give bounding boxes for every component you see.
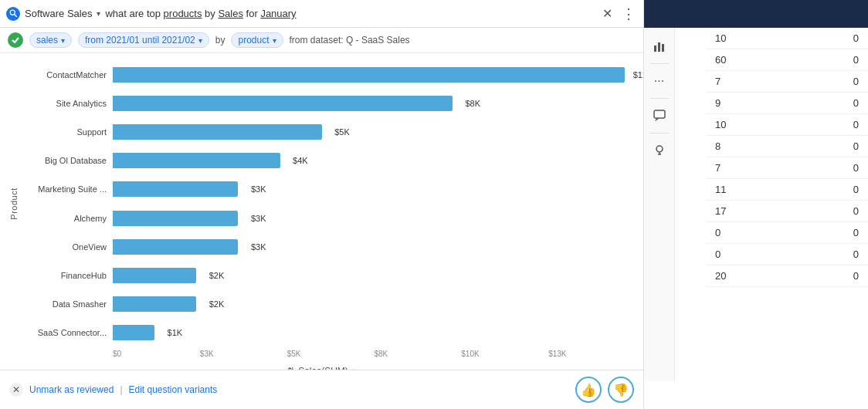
unmark-close-icon[interactable]: ✕	[9, 383, 23, 397]
bar-row: SaaS Connector...$1K	[20, 322, 636, 343]
table-row: 600	[706, 49, 868, 71]
table-row: 70	[706, 71, 868, 93]
x-tick: $8K	[374, 350, 461, 358]
right-data-table: 100600709010080701101700000200	[706, 28, 868, 287]
bar-fill: $1K	[113, 325, 154, 340]
lightbulb-icon[interactable]	[647, 138, 672, 163]
right-icon-bar: ···	[644, 28, 675, 381]
bar-label: OneView	[20, 242, 113, 252]
table-cell-col1: 20	[706, 265, 795, 287]
table-row: 00	[706, 222, 868, 244]
bar-chart-icon[interactable]	[647, 34, 672, 59]
icon-separator-1	[650, 63, 669, 64]
x-tick: $13K	[548, 350, 636, 358]
table-cell-col1: 0	[706, 222, 795, 244]
bar-track: $1K	[113, 325, 636, 340]
bar-value: $3K	[251, 242, 266, 252]
table-cell-col2: 0	[795, 49, 868, 71]
bar-value: $5K	[334, 127, 350, 137]
x-tick: $10K	[461, 350, 548, 358]
edit-variants-link[interactable]: Edit question variants	[129, 384, 218, 395]
icon-separator-2	[650, 98, 669, 99]
thumbs-down-button[interactable]: 👎	[608, 377, 634, 403]
svg-rect-4	[662, 44, 664, 52]
bar-row: ContactMatcher$12K	[20, 64, 636, 86]
table-row: 90	[706, 93, 868, 114]
more-icon[interactable]: ···	[647, 69, 672, 93]
bar-value: $4K	[293, 156, 308, 165]
check-icon	[8, 32, 23, 48]
bar-fill: $3K	[113, 211, 238, 226]
svg-line-1	[14, 15, 16, 17]
thumbs-up-button[interactable]: 👍	[575, 377, 602, 403]
table-row: 80	[706, 136, 868, 157]
search-query[interactable]: what are top products by Sales for Janua…	[105, 8, 595, 19]
bottom-bar: ✕ Unmark as reviewed | Edit question var…	[0, 370, 643, 409]
table-cell-col2: 0	[795, 244, 868, 265]
y-axis: Product	[8, 61, 20, 346]
bar-value: $3K	[251, 184, 266, 194]
comment-icon[interactable]	[647, 103, 672, 128]
filter-product-pill[interactable]: product ▾	[231, 32, 283, 48]
bar-track: $8K	[113, 96, 636, 111]
bar-value: $3K	[251, 214, 266, 223]
table-cell-col1: 17	[706, 201, 795, 222]
search-close-icon[interactable]: ✕	[599, 6, 615, 21]
table-cell-col1: 8	[706, 136, 795, 157]
x-tick: $5K	[287, 350, 375, 358]
chart-panel: Software Sales ▾ what are top products b…	[0, 0, 644, 409]
bar-track: $3K	[113, 211, 636, 226]
table-cell-col2: 0	[795, 179, 868, 201]
table-cell-col1: 0	[706, 244, 795, 265]
bar-track: $4K	[113, 153, 636, 168]
bar-fill: $3K	[113, 239, 238, 255]
bar-track: $2K	[113, 268, 636, 283]
sort-label[interactable]: ⇅ Sales(SUM) ▾	[8, 361, 636, 370]
unmark-link[interactable]: Unmark as reviewed	[29, 384, 114, 395]
table-row: 70	[706, 157, 868, 179]
bar-fill: $2K	[113, 268, 196, 283]
x-tick: $0	[113, 350, 200, 358]
table-row: 100	[706, 114, 868, 136]
table-cell-col1: 7	[706, 157, 795, 179]
bar-track: $2K	[113, 296, 636, 312]
bar-value: $2K	[209, 299, 225, 309]
search-bar: Software Sales ▾ what are top products b…	[0, 0, 643, 28]
table-cell-col1: 9	[706, 93, 795, 114]
bar-fill: $2K	[113, 296, 196, 312]
svg-rect-2	[654, 46, 656, 52]
bar-row: Alchemy$3K	[20, 208, 636, 229]
right-top-bar	[644, 0, 868, 28]
right-panel: ··· 10	[644, 0, 868, 409]
bar-row: Big Ol Database$4K	[20, 150, 636, 171]
table-row: 100	[706, 28, 868, 49]
app-logo	[6, 7, 20, 21]
bar-value: $12K	[633, 70, 643, 79]
filter-dataset-text: from dataset: Q - SaaS Sales	[290, 35, 410, 46]
filter-date-pill[interactable]: from 2021/01 until 2021/02 ▾	[78, 32, 209, 48]
svg-rect-5	[654, 110, 665, 118]
bar-track: $5K	[113, 124, 636, 140]
table-cell-col1: 11	[706, 179, 795, 201]
bar-track: $3K	[113, 181, 636, 197]
svg-point-0	[10, 10, 15, 15]
bar-label: Big Ol Database	[20, 156, 113, 165]
bar-label: Alchemy	[20, 214, 113, 223]
table-cell-col2: 0	[795, 114, 868, 136]
search-more-icon[interactable]: ⋮	[620, 5, 637, 22]
bar-value: $2K	[209, 271, 225, 280]
chart-body: ContactMatcher$12KSite Analytics$8KSuppo…	[20, 61, 636, 346]
table-row: 00	[706, 244, 868, 265]
table-cell-col2: 0	[795, 222, 868, 244]
filter-sales-pill[interactable]: sales ▾	[29, 32, 72, 48]
table-cell-col1: 7	[706, 71, 795, 93]
bar-label: Support	[20, 127, 113, 137]
table-cell-col1: 10	[706, 28, 795, 49]
chart-container: Product ContactMatcher$12KSite Analytics…	[0, 53, 643, 370]
table-cell-col2: 0	[795, 201, 868, 222]
app-dropdown-arrow[interactable]: ▾	[97, 9, 100, 18]
bar-track: $12K	[113, 67, 636, 83]
right-data-table-container: 100600709010080701101700000200	[706, 28, 868, 409]
right-content: ··· 10	[644, 28, 868, 409]
filter-by-text: by	[215, 35, 225, 46]
